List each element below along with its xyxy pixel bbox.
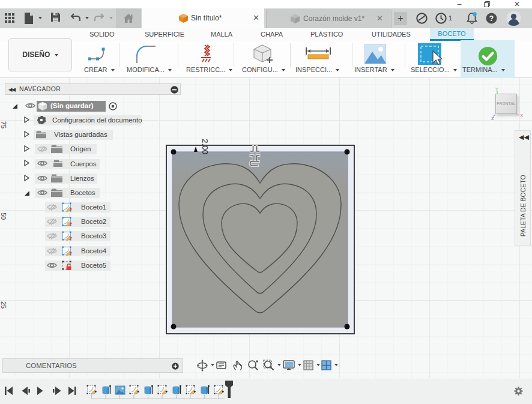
- svg-text:?: ?: [489, 14, 494, 23]
- svg-text:2.00: 2.00: [201, 139, 210, 154]
- svg-text:X: X: [520, 113, 524, 118]
- svg-text:Y: Y: [495, 86, 499, 92]
- svg-text:Z: Z: [491, 116, 494, 121]
